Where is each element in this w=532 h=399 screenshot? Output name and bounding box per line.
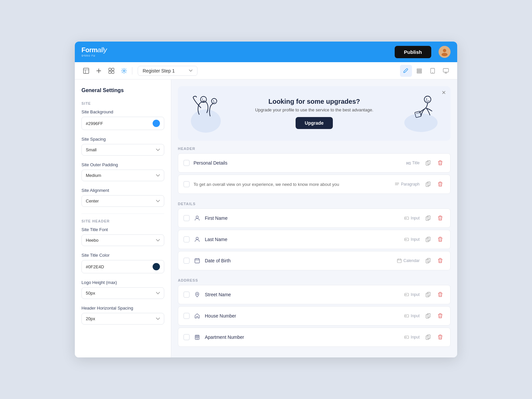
svg-point-11 [123, 70, 125, 71]
upgrade-button[interactable]: Upgrade [296, 117, 333, 129]
sidebar-title: General Settings [81, 87, 164, 93]
copy-house[interactable] [424, 311, 433, 321]
delete-paragraph[interactable] [436, 180, 445, 189]
site-alignment-select[interactable]: Center [81, 195, 164, 207]
svg-point-24 [424, 96, 431, 103]
site-title-color-swatch[interactable] [153, 263, 160, 270]
site-alignment-label: Site Alignment [81, 188, 164, 193]
form-item-personal-details: Personal Details H1 Title [178, 153, 451, 173]
text-last-name: Last Name [205, 237, 400, 242]
svg-rect-68 [196, 337, 197, 338]
checkbox-street[interactable] [184, 292, 190, 298]
checkbox-paragraph[interactable] [184, 181, 190, 187]
actions-street [424, 290, 445, 299]
svg-text:H1: H1 [406, 161, 411, 165]
form-item-apartment: Apartment Number Input [178, 328, 451, 347]
delete-first-name[interactable] [436, 213, 445, 223]
site-alignment-group: Site Alignment Center [81, 188, 164, 207]
delete-last-name[interactable] [436, 235, 445, 244]
svg-point-18 [191, 109, 221, 133]
copy-personal-details[interactable] [424, 158, 433, 168]
toolbar-view-tablet[interactable] [427, 65, 439, 77]
site-background-value[interactable] [86, 121, 150, 126]
toolbar-divider [132, 67, 132, 74]
checkbox-first-name[interactable] [184, 215, 190, 221]
svg-rect-46 [195, 259, 200, 263]
site-spacing-select[interactable]: Small [81, 144, 164, 156]
toolbar-view-edit[interactable] [400, 65, 412, 77]
copy-apartment[interactable] [424, 332, 433, 342]
banner-subtitle: Upgrade your profile to use the service … [232, 107, 396, 112]
svg-rect-13 [417, 70, 422, 71]
logo-sub: צרו טפסים [81, 54, 107, 57]
checkbox-dob[interactable] [184, 258, 190, 264]
checkbox-apartment[interactable] [184, 334, 190, 340]
text-house: House Number [205, 313, 400, 319]
delete-dob[interactable] [436, 256, 445, 265]
toolbar-icon-grid[interactable] [105, 65, 117, 77]
site-alignment-wrapper: Center [81, 195, 164, 207]
close-banner-button[interactable]: ✕ [442, 89, 446, 96]
delete-street[interactable] [436, 290, 445, 299]
svg-point-22 [213, 100, 214, 101]
delete-apartment[interactable] [436, 332, 445, 342]
header-spacing-wrapper: 20px [81, 313, 164, 325]
banner-center: Looking for some upgrades? Upgrade your … [226, 98, 403, 129]
checkbox-personal-details[interactable] [184, 160, 190, 166]
site-title-font-group: Site Title Font Heebo [81, 227, 164, 246]
site-title-color-label: Site Title Color [81, 253, 164, 258]
site-title-color-value[interactable] [86, 264, 150, 269]
site-title-color-input[interactable] [81, 260, 164, 273]
logo: Formally צרו טפסים [81, 47, 107, 57]
svg-point-16 [432, 72, 433, 73]
toolbar-icon-add[interactable] [93, 65, 105, 77]
site-outer-padding-select[interactable]: Medium [81, 170, 164, 181]
top-bar-right: Publish [395, 46, 451, 58]
delete-personal-details[interactable] [436, 158, 445, 168]
icon-apartment [194, 334, 201, 340]
form-item-house: House Number Input [178, 306, 451, 326]
actions-paragraph [424, 180, 445, 189]
site-outer-padding-wrapper: Medium [81, 170, 164, 181]
copy-paragraph[interactable] [424, 180, 433, 189]
svg-rect-70 [196, 336, 197, 336]
header-spacing-select[interactable]: 20px [81, 313, 164, 325]
publish-button[interactable]: Publish [395, 46, 431, 58]
type-dob: Calendar [397, 258, 420, 263]
icon-dob [194, 258, 201, 263]
site-header-label: SITE HEADER [81, 219, 164, 223]
site-title-color-group: Site Title Color [81, 253, 164, 273]
text-paragraph: To get an overall view on your experienc… [194, 182, 391, 187]
delete-house[interactable] [436, 311, 445, 321]
toolbar-icon-table[interactable] [80, 65, 92, 77]
toolbar-view-list[interactable] [413, 65, 425, 77]
text-apartment: Apartment Number [205, 334, 400, 340]
toolbar-icon-settings[interactable] [118, 65, 130, 77]
site-title-font-select[interactable]: Heebo [81, 234, 164, 246]
site-background-input[interactable] [81, 117, 164, 130]
form-section-header: HEADER Personal Details H1 Title [171, 141, 457, 194]
site-header-section: SITE HEADER Site Title Font Heebo Site T… [81, 213, 164, 325]
text-first-name: First Name [205, 215, 400, 221]
copy-last-name[interactable] [424, 235, 433, 244]
logo-height-select[interactable]: 50px [81, 287, 164, 299]
form-item-paragraph: To get an overall view on your experienc… [178, 175, 451, 194]
page-selector[interactable]: Register Step 1 [138, 66, 198, 76]
svg-point-0 [443, 49, 446, 52]
svg-rect-12 [417, 69, 422, 70]
site-spacing-group: Site Spacing Small [81, 137, 164, 156]
copy-dob[interactable] [424, 256, 433, 265]
actions-last-name [424, 235, 445, 244]
copy-street[interactable] [424, 290, 433, 299]
copy-first-name[interactable] [424, 213, 433, 223]
site-background-swatch[interactable] [153, 120, 160, 127]
site-outer-padding-group: Site Outer Padding Medium [81, 162, 164, 181]
toolbar-view-desktop[interactable] [440, 65, 452, 77]
toolbar-right [400, 65, 452, 77]
checkbox-house[interactable] [184, 313, 190, 319]
avatar[interactable] [439, 46, 451, 58]
form-section-details: DETAILS First Name Input [171, 196, 457, 270]
checkbox-last-name[interactable] [184, 236, 190, 242]
header-spacing-label: Header Horizontal Spacing [81, 306, 164, 311]
banner-art-left [186, 93, 226, 134]
